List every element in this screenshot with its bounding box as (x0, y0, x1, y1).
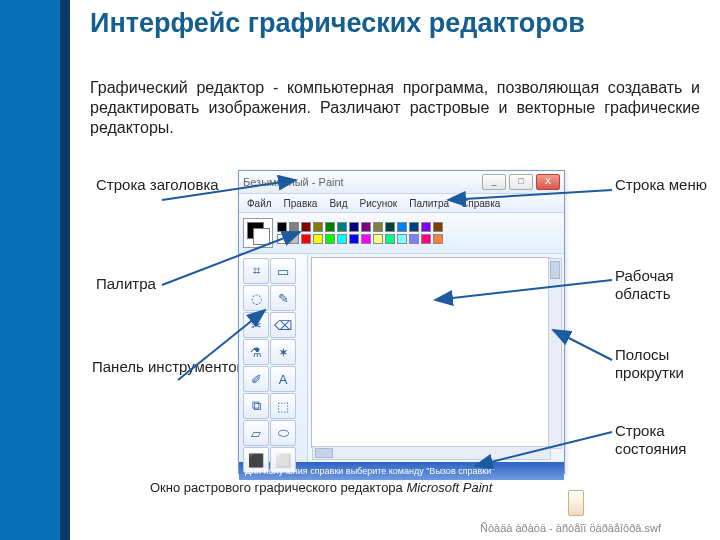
garbled-footer-text: Ñòàäà àðàóä - àñòåîï öàðäåîôðâ.swf (480, 522, 661, 534)
color-swatch[interactable] (289, 222, 299, 232)
color-swatch[interactable] (313, 222, 323, 232)
tool-button[interactable]: A (270, 366, 296, 392)
menu-item[interactable]: Рисунок (359, 198, 397, 209)
menu-item[interactable]: Вид (329, 198, 347, 209)
slide-accent-bar (0, 0, 70, 540)
color-swatch[interactable] (325, 234, 335, 244)
color-swatch[interactable] (289, 234, 299, 244)
label-palette: Палитра (96, 275, 156, 293)
file-icon (568, 490, 584, 516)
tool-button[interactable]: ⌗ (243, 258, 269, 284)
color-swatch[interactable] (277, 234, 287, 244)
tool-button[interactable]: ⬚ (270, 393, 296, 419)
tool-button[interactable]: ⚗ (243, 339, 269, 365)
caption-prefix: Окно растрового графического редактора (150, 480, 406, 495)
caption-emphasis: Microsoft Paint (406, 480, 492, 495)
color-swatch[interactable] (337, 222, 347, 232)
color-swatch[interactable] (301, 234, 311, 244)
color-swatch[interactable] (385, 234, 395, 244)
label-toolbox: Панель инструментов (92, 358, 244, 376)
label-menubar: Строка меню (615, 176, 707, 194)
minimize-button[interactable]: _ (482, 174, 506, 190)
tool-button[interactable]: ✎ (270, 285, 296, 311)
slide-description: Графический редактор - компьютерная прог… (90, 78, 700, 138)
paint-window: Безымянный - Paint _ □ X Файл Правка Вид… (238, 170, 565, 474)
close-button[interactable]: X (536, 174, 560, 190)
color-swatch[interactable] (301, 222, 311, 232)
paint-menubar: Файл Правка Вид Рисунок Палитра Справка (239, 194, 564, 213)
vertical-scrollbar[interactable] (548, 258, 562, 449)
color-swatch[interactable] (433, 234, 443, 244)
tool-button[interactable]: ✐ (243, 366, 269, 392)
color-swatch[interactable] (409, 234, 419, 244)
label-titlebar: Строка заголовка (96, 176, 219, 194)
color-swatch[interactable] (373, 234, 383, 244)
color-swatch[interactable] (325, 222, 335, 232)
color-swatch[interactable] (397, 222, 407, 232)
color-swatch[interactable] (433, 222, 443, 232)
color-swatch[interactable] (349, 234, 359, 244)
color-swatch[interactable] (361, 222, 371, 232)
paint-body: ⌗▭◌✎✂⌫⚗✶✐A⧉⬚▱⬭⬛⬜ (239, 254, 564, 462)
paint-palette (239, 213, 564, 254)
current-color-swatch[interactable] (243, 218, 273, 248)
color-swatch[interactable] (421, 222, 431, 232)
tool-button[interactable]: ✂ (243, 312, 269, 338)
maximize-button[interactable]: □ (509, 174, 533, 190)
tool-button[interactable]: ✶ (270, 339, 296, 365)
label-workarea: Рабочая область (615, 267, 720, 303)
color-swatch[interactable] (409, 222, 419, 232)
color-grid (277, 222, 443, 244)
tool-button[interactable]: ◌ (243, 285, 269, 311)
horizontal-scrollbar[interactable] (312, 446, 551, 460)
tool-button[interactable]: ⧉ (243, 393, 269, 419)
menu-item[interactable]: Справка (461, 198, 500, 209)
color-swatch[interactable] (349, 222, 359, 232)
color-swatch[interactable] (373, 222, 383, 232)
color-swatch[interactable] (421, 234, 431, 244)
status-text: Для получения справки выберите команду "… (245, 466, 494, 476)
color-swatch[interactable] (337, 234, 347, 244)
paint-titlebar[interactable]: Безымянный - Paint _ □ X (239, 171, 564, 194)
tool-button[interactable]: ⌫ (270, 312, 296, 338)
color-swatch[interactable] (277, 222, 287, 232)
color-swatch[interactable] (397, 234, 407, 244)
figure-caption: Окно растрового графического редактора M… (150, 480, 492, 495)
menu-item[interactable]: Файл (247, 198, 272, 209)
color-swatch[interactable] (385, 222, 395, 232)
paint-toolbox: ⌗▭◌✎✂⌫⚗✶✐A⧉⬚▱⬭⬛⬜ (239, 254, 308, 462)
tool-button[interactable]: ▭ (270, 258, 296, 284)
color-swatch[interactable] (361, 234, 371, 244)
slide-title: Интерфейс графических редакторов (90, 8, 585, 39)
color-swatch[interactable] (313, 234, 323, 244)
label-scrollbars: Полосы прокрутки (615, 346, 720, 382)
tool-button[interactable]: ▱ (243, 420, 269, 446)
paint-title-text: Безымянный - Paint (243, 176, 344, 188)
menu-item[interactable]: Правка (284, 198, 318, 209)
tool-button[interactable]: ⬭ (270, 420, 296, 446)
canvas-area[interactable] (311, 257, 550, 448)
label-statusbar: Строка состояния (615, 422, 720, 458)
menu-item[interactable]: Палитра (409, 198, 449, 209)
